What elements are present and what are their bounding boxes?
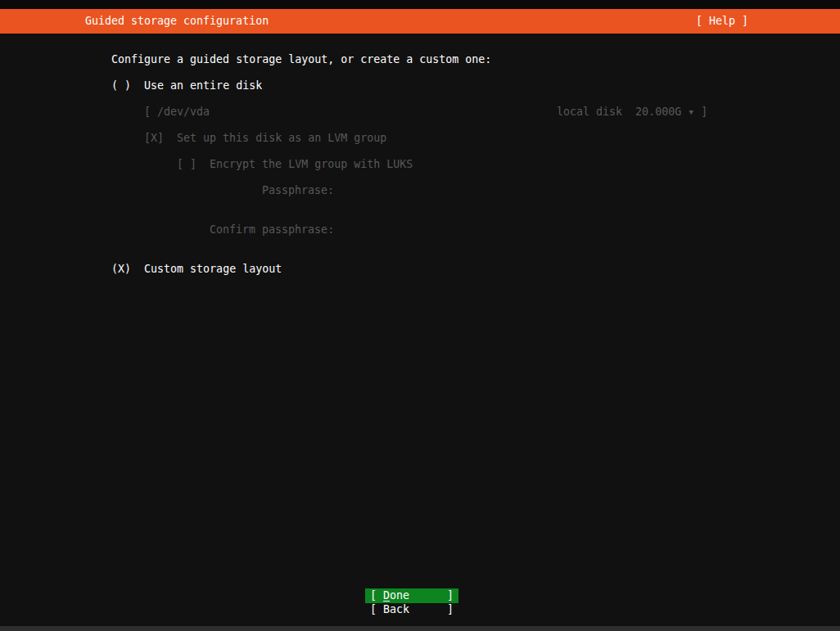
radio-label: Custom storage layout — [144, 263, 282, 275]
passphrase-label: Passphrase: — [236, 171, 334, 184]
disk-type: local disk — [557, 106, 622, 118]
chevron-down-icon: ▾ — [688, 106, 694, 118]
bracket: [ — [370, 589, 377, 602]
confirm-passphrase-label: Confirm passphrase: — [183, 210, 334, 223]
disk-value: /dev/vda — [157, 106, 210, 118]
radio-custom-storage-layout[interactable]: (X)Custom storage layout — [85, 250, 282, 263]
done-button[interactable]: [Done ] — [365, 588, 458, 603]
checkbox-label: Encrypt the LVM group with LUKS — [210, 158, 413, 170]
page-title: Guided storage configuration — [85, 9, 269, 34]
checkbox-luks-encrypt: [ ]Encrypt the LVM group with LUKS — [151, 145, 413, 158]
bracket: ] — [447, 588, 454, 603]
installer-screen: Guided storage configuration [ Help ] Co… — [0, 0, 840, 631]
bottom-strip — [0, 626, 840, 631]
top-strip — [0, 0, 840, 9]
checkbox-mark: [ ] — [177, 158, 196, 170]
done-hotkey: D — [383, 589, 390, 602]
checkbox-mark: [X] — [144, 132, 164, 144]
disk-size: 20.000G — [635, 106, 681, 118]
disk-selector-dropdown: [/dev/vda local disk20.000G▾] — [118, 92, 668, 106]
back-label: Back — [383, 603, 409, 615]
header-bar: Guided storage configuration [ Help ] — [0, 9, 840, 34]
radio-mark: ( ) — [111, 79, 131, 92]
back-button[interactable]: [Back ] — [365, 603, 458, 616]
help-button[interactable]: [ Help ] — [696, 9, 748, 34]
checkbox-lvm-group: [X]Set up this disk as an LVM group — [118, 119, 386, 132]
close-bracket: ] — [701, 106, 707, 118]
radio-use-entire-disk[interactable]: ( )Use an entire disk — [85, 66, 262, 79]
instruction-text: Configure a guided storage layout, or cr… — [85, 40, 491, 53]
open-bracket: [ — [144, 106, 151, 118]
checkbox-label: Set up this disk as an LVM group — [177, 132, 386, 144]
radio-mark: (X) — [111, 263, 131, 275]
radio-label: Use an entire disk — [144, 79, 262, 92]
bracket: ] — [447, 603, 454, 616]
bracket: [ — [370, 603, 377, 615]
done-label: one — [390, 589, 409, 602]
